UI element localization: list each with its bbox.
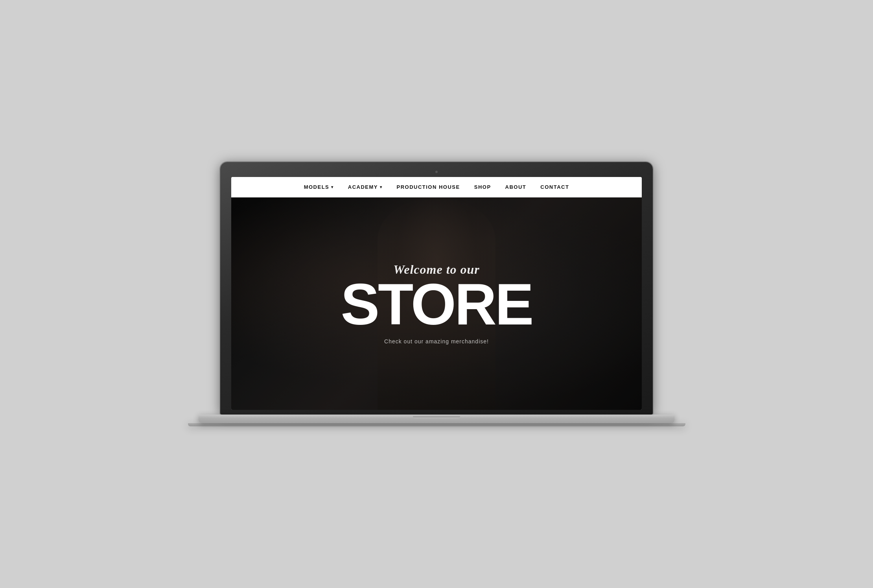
hero-welcome-text: Welcome to our [393,262,480,277]
browser-window: MODELS ▾ ACADEMY ▾ PRODUCTION HOUSE SHOP [231,177,642,410]
laptop-foot [188,423,685,426]
hero-section: Welcome to our STORE Check out our amazi… [231,197,642,410]
academy-dropdown-arrow: ▾ [380,185,383,189]
nav-item-academy[interactable]: ACADEMY ▾ [348,184,383,190]
nav-list: MODELS ▾ ACADEMY ▾ PRODUCTION HOUSE SHOP [304,184,569,190]
site-navigation: MODELS ▾ ACADEMY ▾ PRODUCTION HOUSE SHOP [231,177,642,197]
hero-content: Welcome to our STORE Check out our amazi… [231,197,642,410]
nav-item-shop[interactable]: SHOP [474,184,491,190]
laptop-screen: MODELS ▾ ACADEMY ▾ PRODUCTION HOUSE SHOP [220,162,653,415]
screen-bezel: MODELS ▾ ACADEMY ▾ PRODUCTION HOUSE SHOP [231,177,642,410]
camera-bar [231,169,642,175]
nav-item-about[interactable]: ABOUT [505,184,527,190]
nav-item-production-house[interactable]: PRODUCTION HOUSE [396,184,460,190]
laptop-base [199,415,674,423]
models-dropdown-arrow: ▾ [331,185,334,189]
laptop-mockup: MODELS ▾ ACADEMY ▾ PRODUCTION HOUSE SHOP [220,162,653,426]
camera-dot [435,171,438,173]
nav-item-models[interactable]: MODELS ▾ [304,184,334,190]
nav-item-contact[interactable]: CONTACT [540,184,569,190]
hero-store-heading: STORE [341,275,532,334]
hero-subtitle: Check out our amazing merchandise! [384,338,489,345]
